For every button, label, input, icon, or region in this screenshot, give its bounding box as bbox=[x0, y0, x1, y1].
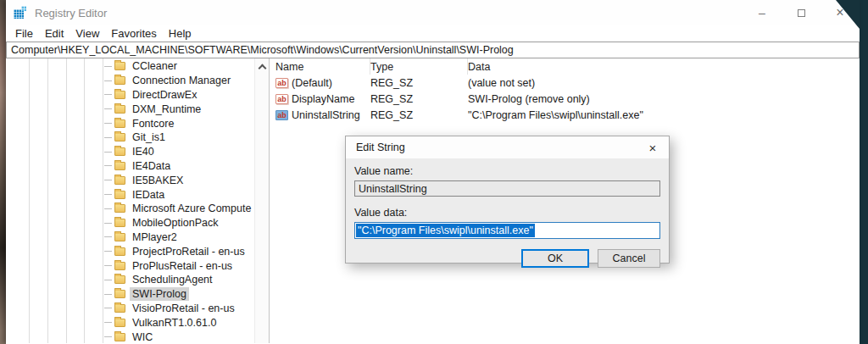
tree-connector bbox=[104, 152, 112, 153]
column-header-type[interactable]: Type bbox=[370, 58, 468, 75]
tree-item[interactable]: Git_is1 bbox=[6, 130, 269, 145]
tree-item[interactable]: VisioProRetail - en-us bbox=[6, 302, 269, 316]
folder-icon bbox=[114, 262, 125, 270]
folder-icon bbox=[114, 204, 125, 213]
registry-value-row[interactable]: ab (Default) REG_SZ (value not set) bbox=[275, 75, 860, 91]
address-path: Computer\HKEY_LOCAL_MACHINE\SOFTWARE\Mic… bbox=[11, 44, 514, 56]
tree-item-label: DXM_Runtime bbox=[130, 103, 203, 116]
value-data: "C:\Program Files\swipl\uninstall.exe" bbox=[468, 109, 860, 121]
cancel-button[interactable]: Cancel bbox=[598, 249, 660, 268]
tree-connector bbox=[104, 94, 112, 95]
menu-item[interactable]: View bbox=[70, 27, 105, 40]
desktop: Registry Editor – × FileEditViewFavorite… bbox=[0, 0, 868, 344]
tree-item-label: IE40 bbox=[130, 145, 157, 158]
registry-editor-app-icon bbox=[14, 6, 27, 19]
tree-item[interactable]: IE5BAKEX bbox=[6, 173, 269, 187]
tree-item[interactable]: VulkanRT1.0.61.0 bbox=[6, 315, 269, 330]
tree-item-label: WIC bbox=[130, 330, 155, 343]
folder-icon bbox=[114, 191, 125, 199]
tree-connector bbox=[104, 66, 112, 67]
tree-scrollbar[interactable] bbox=[254, 58, 269, 343]
registry-value-row[interactable]: ab UninstallString REG_SZ "C:\Program Fi… bbox=[275, 107, 860, 123]
value-data: (value not set) bbox=[468, 77, 860, 89]
folder-icon bbox=[114, 333, 125, 341]
column-header-name[interactable]: Name bbox=[275, 58, 370, 75]
tree-item-label: Connection Manager bbox=[130, 74, 233, 87]
values-rows: ab (Default) REG_SZ (value not set) ab D… bbox=[275, 75, 860, 123]
folder-icon bbox=[114, 162, 125, 170]
address-bar[interactable]: Computer\HKEY_LOCAL_MACHINE\SOFTWARE\Mic… bbox=[6, 42, 860, 58]
tree-item[interactable]: DirectDrawEx bbox=[6, 88, 269, 103]
maximize-icon bbox=[798, 9, 805, 17]
string-value-icon: ab bbox=[275, 94, 288, 104]
value-data-label: Value data: bbox=[354, 207, 660, 219]
folder-icon bbox=[114, 290, 125, 298]
value-data-selected-text: "C:\Program Files\swipl\uninstall.exe" bbox=[356, 224, 535, 237]
tree-connector bbox=[104, 108, 112, 109]
registry-value-row[interactable]: ab DisplayName REG_SZ SWI-Prolog (remove… bbox=[275, 91, 860, 107]
tree-item-label: IE5BAKEX bbox=[130, 174, 186, 187]
tree-connector bbox=[104, 236, 112, 237]
tree-item[interactable]: Microsoft Azure Compute Emu bbox=[6, 202, 269, 216]
folder-icon bbox=[114, 304, 125, 313]
tree-connector bbox=[104, 137, 112, 138]
folder-icon bbox=[114, 147, 125, 156]
window-title: Registry Editor bbox=[35, 7, 107, 19]
tree-item-label: ProjectProRetail - en-us bbox=[130, 245, 248, 258]
dialog-close-button[interactable]: × bbox=[637, 136, 669, 158]
tree-connector bbox=[104, 180, 112, 180]
value-data: SWI-Prolog (remove only) bbox=[468, 93, 860, 105]
value-type: REG_SZ bbox=[370, 93, 468, 105]
tree-item-label: Git_is1 bbox=[130, 130, 168, 144]
tree-item[interactable]: DXM_Runtime bbox=[6, 102, 269, 116]
dialog-buttons: OK Cancel bbox=[354, 249, 660, 268]
value-name-input[interactable]: UninstallString bbox=[354, 180, 660, 197]
tree-item-label: CCleaner bbox=[130, 59, 180, 73]
tree-item[interactable]: SchedulingAgent bbox=[6, 273, 269, 287]
tree-connector bbox=[104, 194, 112, 195]
tree-item-label: IE4Data bbox=[130, 159, 173, 173]
tree-item[interactable]: ProjectProRetail - en-us bbox=[6, 244, 269, 258]
tree-item-label: MobileOptionPack bbox=[130, 216, 220, 230]
value-type: REG_SZ bbox=[370, 77, 468, 89]
tree-connector bbox=[104, 165, 112, 166]
tree-item[interactable]: CCleaner bbox=[6, 59, 269, 74]
edit-string-dialog: Edit String × Value name: UninstallStrin… bbox=[345, 136, 670, 264]
tree-item-label: Fontcore bbox=[130, 117, 176, 130]
tree-item[interactable]: Fontcore bbox=[6, 116, 269, 130]
column-header-data[interactable]: Data bbox=[468, 58, 860, 75]
tree-item[interactable]: IE4Data bbox=[6, 159, 269, 174]
menu-item[interactable]: Edit bbox=[39, 27, 70, 40]
value-name: (Default) bbox=[292, 77, 332, 89]
string-value-icon: ab bbox=[275, 110, 288, 120]
menu-item[interactable]: File bbox=[9, 27, 39, 40]
tree-item-label: DirectDrawEx bbox=[130, 88, 199, 102]
value-data-input[interactable]: "C:\Program Files\swipl\uninstall.exe" bbox=[354, 222, 660, 239]
tree-item[interactable]: SWI-Prolog bbox=[6, 287, 269, 302]
tree-item[interactable]: Connection Manager bbox=[6, 74, 269, 88]
value-name: DisplayName bbox=[292, 93, 354, 105]
menu-item[interactable]: Help bbox=[163, 27, 198, 40]
ok-button[interactable]: OK bbox=[521, 249, 589, 268]
tree-item[interactable]: IE40 bbox=[6, 145, 269, 159]
maximize-button[interactable] bbox=[782, 0, 821, 25]
tree-item[interactable]: WIC bbox=[6, 330, 269, 343]
tree-item[interactable]: MPlayer2 bbox=[6, 230, 269, 245]
tree-item-label: SWI-Prolog bbox=[130, 287, 189, 301]
folder-icon bbox=[114, 76, 125, 85]
folder-icon bbox=[114, 105, 125, 114]
value-name-label: Value name: bbox=[354, 165, 660, 178]
tree-item-label: MPlayer2 bbox=[130, 230, 180, 244]
tree-item-label: Microsoft Azure Compute Emu bbox=[130, 202, 270, 215]
folder-icon bbox=[114, 133, 125, 141]
menu-item[interactable]: Favorites bbox=[105, 27, 162, 40]
tree-item[interactable]: ProPlusRetail - en-us bbox=[6, 258, 269, 273]
tree-item[interactable]: MobileOptionPack bbox=[6, 216, 269, 230]
minimize-button[interactable]: – bbox=[743, 0, 782, 25]
titlebar[interactable]: Registry Editor – × bbox=[6, 0, 860, 25]
dialog-titlebar[interactable]: Edit String × bbox=[346, 136, 669, 158]
folder-icon bbox=[114, 319, 125, 327]
tree-item[interactable]: IEData bbox=[6, 187, 269, 202]
scroll-up-icon bbox=[258, 64, 266, 73]
tree-connector bbox=[104, 208, 112, 209]
